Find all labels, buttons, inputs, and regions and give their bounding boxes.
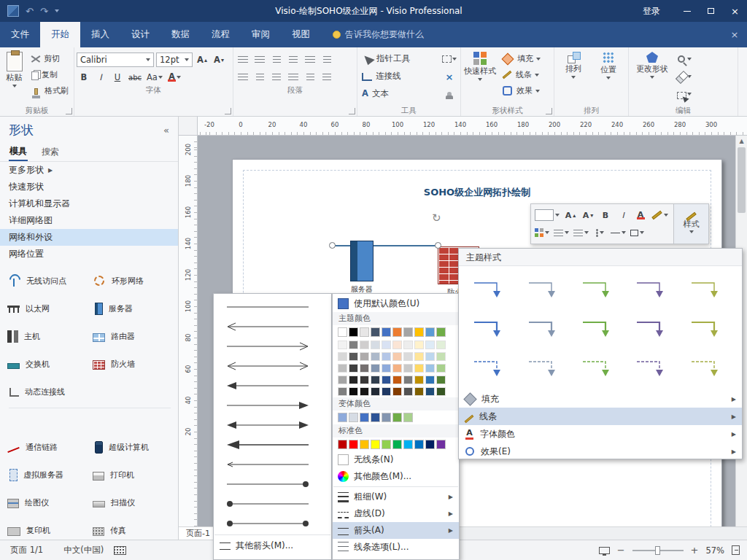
tab-process[interactable]: 流程 [201,22,241,47]
mini-line-color-button[interactable] [650,207,670,223]
page-tab[interactable]: 页面-1 [179,527,218,540]
qat-customize-icon[interactable] [55,9,59,12]
color-swatch[interactable] [436,341,446,349]
font-size-select[interactable]: 12pt [156,52,193,67]
arrows-item[interactable]: 箭头(A)▶ [333,522,459,539]
fit-page-icon[interactable] [732,545,740,555]
color-swatch[interactable] [338,413,347,422]
tab-review[interactable]: 审阅 [241,22,281,47]
paste-button[interactable]: 粘贴 [2,50,26,88]
clipboard-dialog-launcher-icon[interactable] [66,108,72,114]
color-swatch[interactable] [382,364,391,373]
more-colors-item[interactable]: 其他颜色(M)... [333,468,459,485]
valign-middle-button[interactable] [252,70,267,85]
stencil-quick-shapes[interactable]: 快速形状 [0,179,178,195]
theme-style-option[interactable] [521,310,572,346]
grow-font-button[interactable]: A▴ [195,52,209,67]
color-swatch[interactable] [371,364,380,373]
arrow-option-dot-both[interactable] [214,513,331,533]
shape-ethernet[interactable]: 以太网 [7,295,93,322]
theme-style-option[interactable] [684,271,735,307]
change-shape-button[interactable]: 更改形状 [631,50,673,79]
color-swatch[interactable] [338,341,347,349]
color-swatch[interactable] [436,387,446,396]
color-swatch[interactable] [392,413,402,422]
shape-plotter[interactable]: 绘图仪 [7,489,93,516]
copy-button[interactable]: 复制 [28,67,71,82]
text-direction-button[interactable] [320,52,334,67]
layers-button[interactable] [675,69,693,85]
tell-me-box[interactable]: 告诉我你想要做什么 [333,22,424,47]
position-button[interactable]: 位置 [592,50,625,79]
color-swatch[interactable] [360,387,369,396]
flyout-font-color-item[interactable]: A字体颜色▶ [459,425,742,443]
color-swatch[interactable] [425,376,435,384]
shape-virtual-server[interactable]: 虚拟服务器 [7,461,93,489]
mini-font-color-button[interactable]: A [632,207,649,223]
shape-firewall[interactable]: 防火墙 [93,350,178,378]
stamp-tool-button[interactable] [441,86,458,102]
color-swatch[interactable] [414,364,424,373]
color-swatch[interactable] [392,440,402,449]
mini-bold-button[interactable]: B [597,207,614,223]
page-indicator[interactable]: 页面 1/1 [0,545,53,556]
zoom-in-button[interactable]: + [691,545,699,556]
color-swatch[interactable] [338,364,347,373]
char-spacing-button[interactable] [303,52,317,67]
shrink-font-button[interactable]: A▾ [212,52,226,67]
color-swatch[interactable] [382,413,391,422]
color-swatch[interactable] [414,387,424,396]
bold-button[interactable]: B [77,70,91,85]
connector-tool-button[interactable]: 连接线 [360,67,439,85]
increase-indent-button[interactable] [303,70,317,85]
selection-handle-right[interactable] [435,242,441,249]
shape-switch[interactable]: 交换机 [7,350,93,378]
color-swatch[interactable] [382,376,391,384]
color-swatch[interactable] [392,352,402,361]
line-spacing-button[interactable] [320,70,334,85]
theme-style-option[interactable] [629,310,680,346]
font-dialog-launcher-icon[interactable] [225,108,231,114]
arrow-option-open-left-small[interactable] [214,454,331,474]
color-swatch[interactable] [349,376,358,384]
valign-bottom-button[interactable] [269,70,284,85]
mini-position-button[interactable] [592,225,608,241]
close-button[interactable]: × [723,0,747,22]
color-swatch[interactable] [360,341,369,349]
cut-button[interactable]: 剪切 [28,51,71,66]
shape-supercomputer[interactable]: 超级计算机 [93,433,178,461]
stencil-network-locations[interactable]: 网络位置 [0,246,178,262]
color-swatch[interactable] [349,387,358,396]
color-swatch[interactable] [436,364,446,373]
theme-style-option[interactable] [575,271,626,307]
zoom-level[interactable]: 57% [705,545,724,556]
color-swatch[interactable] [349,327,358,337]
color-swatch[interactable] [382,440,391,449]
arrange-button[interactable]: 排列 [557,50,590,79]
tab-design[interactable]: 设计 [120,22,160,47]
shape-server[interactable]: 服务器 [93,295,178,322]
align-left-button[interactable] [252,52,267,67]
tab-home[interactable]: 开始 [40,22,80,47]
color-swatch[interactable] [360,327,369,337]
color-swatch[interactable] [403,413,413,422]
color-swatch[interactable] [414,341,424,349]
shape-styles-dialog-launcher-icon[interactable] [546,108,552,114]
arrow-option-open-both[interactable] [214,356,331,376]
language-indicator[interactable]: 中文(中国) [53,545,114,556]
theme-style-option[interactable] [466,310,517,346]
rotation-handle-icon[interactable]: ↻ [432,211,441,225]
connection-point-tool-button[interactable]: × [441,69,458,85]
mini-shape-button[interactable] [629,225,646,241]
valign-top-button[interactable] [236,70,250,85]
mini-italic-button[interactable]: I [615,207,631,223]
theme-style-option[interactable] [466,349,517,386]
selection-handle-left[interactable] [329,242,336,249]
shape-comm-link[interactable]: 通信链路 [7,433,93,461]
zoom-slider[interactable] [632,550,684,551]
color-swatch[interactable] [414,440,424,449]
dashes-item[interactable]: 虚线(D)▶ [333,505,459,522]
theme-style-option[interactable] [629,271,680,307]
color-swatch[interactable] [338,327,347,337]
theme-style-option[interactable] [575,349,626,386]
